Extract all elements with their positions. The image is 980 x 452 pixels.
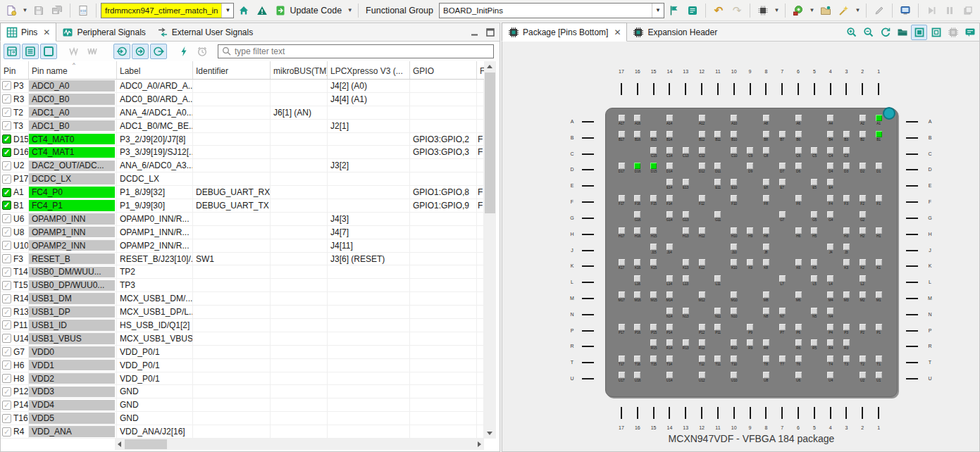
package-ball[interactable]: H16 xyxy=(630,227,645,239)
package-ball[interactable]: T12 xyxy=(694,356,709,367)
pin-name[interactable]: ADC0_B0 xyxy=(29,94,115,105)
package-ball[interactable]: A12 xyxy=(694,115,709,126)
column-header-pin-name[interactable]: ^Pin name xyxy=(29,61,117,79)
new-configuration-dropdown[interactable]: ▼ xyxy=(21,2,29,19)
tab-external-user-signals[interactable]: External User Signals xyxy=(151,23,259,41)
package-ball[interactable]: M6 xyxy=(790,291,806,303)
package-ball[interactable]: R5 xyxy=(807,339,822,351)
package-ball[interactable]: B12 xyxy=(694,131,709,142)
minimize-button[interactable] xyxy=(469,26,481,39)
package-ball[interactable]: J15 xyxy=(646,244,662,255)
chevron-down-icon[interactable]: ▼ xyxy=(221,4,233,18)
pin-row[interactable]: ✓A1FC4_P0P1_8/J9[32]DEBUG_UART_RXGPIO1:G… xyxy=(1,186,484,199)
package-ball[interactable]: F15 xyxy=(646,195,662,206)
pin-name[interactable]: FC4_P1 xyxy=(29,200,115,211)
package-ball[interactable]: T16 xyxy=(630,356,645,367)
package-ball[interactable]: J14 xyxy=(662,244,677,255)
package-ball[interactable]: R15 xyxy=(646,339,662,351)
pin-row[interactable]: ✓B1FC4_P1P1_9/J9[30]DEBUG_UART_TXGPIO1:G… xyxy=(1,199,484,213)
package-outline-button[interactable] xyxy=(928,25,944,40)
package-ball[interactable]: T3 xyxy=(838,356,854,367)
pin-name[interactable]: VDD4 xyxy=(29,400,115,411)
pin-name[interactable]: OPAMP0_INN xyxy=(29,213,115,225)
package-ball[interactable]: T11 xyxy=(710,356,726,367)
pin-row[interactable]: ✓R4VDD_ANAVDD_ANA/J2[16] xyxy=(1,425,484,439)
vertical-scrollbar[interactable] xyxy=(484,61,496,439)
close-icon[interactable]: ✕ xyxy=(43,27,50,37)
tab-package-pins-bottom[interactable]: Package [Pins Bottom] ✕ xyxy=(502,23,627,42)
package-ball[interactable]: A10 xyxy=(726,115,742,126)
package-ball[interactable]: B11 xyxy=(710,131,726,142)
package-ball[interactable]: R9 xyxy=(743,339,758,351)
package-ball[interactable]: M17 xyxy=(614,291,629,303)
package-ball[interactable]: U16 xyxy=(630,372,645,383)
package-ball[interactable]: P3 xyxy=(838,324,854,335)
package-ball[interactable]: U2 xyxy=(855,372,870,383)
package-ball[interactable]: K5 xyxy=(807,259,822,270)
pin-name[interactable]: VDD2 xyxy=(29,373,115,384)
package-ball[interactable]: H1 xyxy=(871,227,886,239)
power-pins-button[interactable] xyxy=(175,44,192,59)
package-ball[interactable]: H6 xyxy=(790,227,806,239)
package-ball[interactable]: L16 xyxy=(630,275,645,287)
package-ball[interactable]: P9 xyxy=(743,324,758,335)
package-ball[interactable]: H17 xyxy=(614,227,629,239)
package-ball[interactable]: B4 xyxy=(823,131,838,142)
package-ball[interactable]: B7 xyxy=(774,131,790,142)
pin-row[interactable]: ✓U2DAC2_OUT/ADC...ANA_6/ADC0_A3...J3[2] xyxy=(1,159,484,172)
new-configuration-button[interactable] xyxy=(3,2,20,19)
pin-name[interactable]: CT4_MAT1 xyxy=(29,147,115,158)
pin-row[interactable]: ✓F3RESET_BRESET_B/J23[10]/...SW1J3[6] (R… xyxy=(1,253,484,266)
package-ball[interactable]: P17 xyxy=(614,324,629,335)
pins-frame-mode-button[interactable] xyxy=(40,44,57,59)
package-ball[interactable]: C9 xyxy=(743,147,758,158)
package-ball[interactable]: M3 xyxy=(838,291,854,303)
pin-name[interactable]: CT4_MAT0 xyxy=(29,134,115,145)
package-ball[interactable]: B6 xyxy=(790,131,806,142)
package-ball[interactable]: F17 xyxy=(614,195,629,206)
package-ball[interactable]: H15 xyxy=(646,227,662,239)
signals-dense-button[interactable] xyxy=(84,44,101,59)
package-ball[interactable]: R13 xyxy=(678,339,693,351)
home-button[interactable] xyxy=(235,2,252,19)
log-button[interactable] xyxy=(684,2,701,19)
pin-name[interactable]: USB0_DP/WUU0... xyxy=(29,280,115,291)
package-ball[interactable]: D11 xyxy=(710,163,726,174)
pin-checkbox[interactable]: ✓ xyxy=(2,401,11,410)
package-ball[interactable]: F6 xyxy=(790,195,806,206)
package-ball[interactable]: K9 xyxy=(743,259,758,270)
pin-name[interactable]: ADC0_A0 xyxy=(29,80,115,92)
package-ball[interactable]: D17 xyxy=(614,163,629,174)
package-ball[interactable]: M16 xyxy=(630,291,645,303)
pin-row[interactable]: ✓P17DCDC_LXDCDC_LX xyxy=(1,172,484,186)
package-ball[interactable]: C13 xyxy=(678,147,693,158)
package-ball[interactable]: E8 xyxy=(758,179,774,190)
package-ball[interactable]: N5 xyxy=(807,308,822,319)
pin-tool-button[interactable] xyxy=(790,2,807,19)
pin-name[interactable]: VDD5 xyxy=(29,413,115,424)
folder-button[interactable] xyxy=(894,25,910,40)
package-ball[interactable]: G11 xyxy=(710,211,726,222)
tab-pins[interactable]: Pins ✕ xyxy=(0,23,56,42)
pin-row[interactable]: ✓R13USB1_DPMCX_USB1_DP/L... xyxy=(1,306,484,319)
pin-row[interactable]: ✓T15USB0_DP/WUU0...TP3 xyxy=(1,279,484,292)
package-ball[interactable]: G5 xyxy=(807,211,822,222)
package-ball[interactable]: D7 xyxy=(774,163,790,174)
package-ball[interactable]: D9 xyxy=(743,163,758,174)
pin-row[interactable]: ✓T16VDD5GND xyxy=(1,412,484,425)
package-ball[interactable]: F1 xyxy=(871,195,886,206)
zoom-in-button[interactable] xyxy=(843,25,860,40)
pin-checkbox[interactable]: ✓ xyxy=(2,108,11,117)
package-ball[interactable]: E5 xyxy=(807,179,822,190)
package-ball[interactable]: B17 xyxy=(614,131,629,142)
package-ball[interactable]: C8 xyxy=(758,147,774,158)
pin-checkbox[interactable]: ✓ xyxy=(2,188,11,197)
tab-peripheral-signals[interactable]: Peripheral Signals xyxy=(56,23,151,41)
package-ball[interactable]: T2 xyxy=(855,356,870,367)
pin-name[interactable]: USB1_ID xyxy=(29,320,115,331)
package-ball[interactable]: F8 xyxy=(758,195,774,206)
horizontal-scrollbar[interactable] xyxy=(115,439,484,450)
column-header-identifier[interactable]: Identifier xyxy=(193,61,271,79)
pin-name[interactable]: USB1_VBUS xyxy=(29,333,115,344)
package-ball[interactable]: U14 xyxy=(662,372,677,383)
